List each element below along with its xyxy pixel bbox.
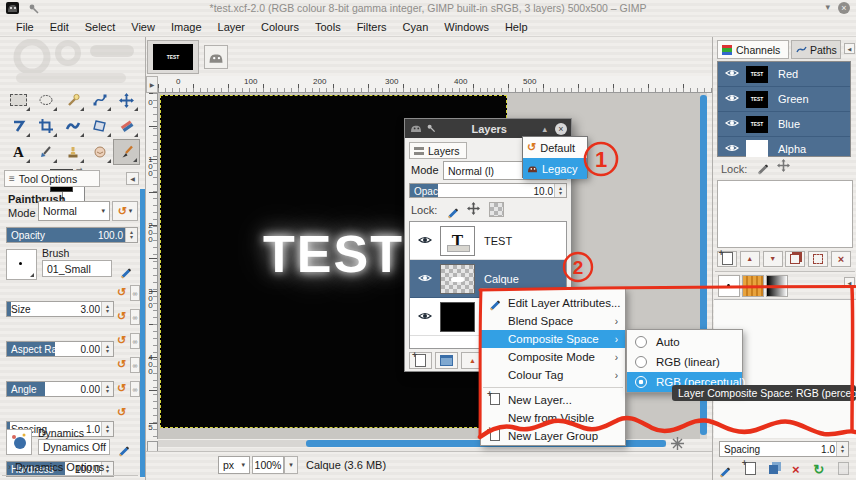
opacity-slider[interactable]: Opacity 100.0 ▴▾ bbox=[6, 227, 138, 243]
channel-row-red[interactable]: TEST Red bbox=[718, 62, 850, 87]
channel-row-green[interactable]: TEST Green bbox=[718, 87, 850, 112]
channel-row-alpha[interactable]: Alpha bbox=[718, 137, 850, 160]
channel-to-selection-button[interactable] bbox=[808, 251, 828, 267]
close-dialog-icon[interactable]: × bbox=[555, 123, 567, 135]
spinner[interactable]: ▴▾ bbox=[101, 302, 113, 316]
eraser-tool[interactable] bbox=[113, 113, 140, 139]
smudge-tool[interactable] bbox=[86, 139, 113, 165]
paintbrush-tool[interactable] bbox=[113, 139, 140, 165]
spinner[interactable]: ▴▾ bbox=[101, 382, 113, 396]
size-slider[interactable]: Size 3.00 ▴▾ bbox=[6, 301, 114, 317]
lock-position-icon[interactable] bbox=[467, 202, 480, 217]
edit-brush-button[interactable] bbox=[719, 464, 731, 476]
angle-reset-icon[interactable]: ↺ bbox=[117, 334, 126, 347]
dynamics-options-expander[interactable]: › Dynamics Options bbox=[8, 461, 104, 473]
color-picker-tool[interactable] bbox=[32, 139, 59, 165]
visibility-eye-icon[interactable] bbox=[725, 118, 739, 130]
aspect-ratio-slider[interactable]: Aspect Ratio Aspect Ratio 0.00 ▴▾ bbox=[6, 341, 114, 357]
visibility-eye-icon[interactable] bbox=[725, 143, 739, 155]
tab-tool-options[interactable]: ≡ Tool Options bbox=[4, 170, 100, 187]
paths-tool[interactable] bbox=[86, 87, 113, 113]
active-pattern-swatch[interactable] bbox=[742, 275, 764, 297]
layer-opacity-slider[interactable]: Opacity Opacity 10.0 ▴▾ bbox=[409, 183, 567, 198]
spinner[interactable]: ▴▾ bbox=[836, 442, 848, 456]
unit-dropdown[interactable]: px▾ bbox=[218, 456, 250, 474]
menu-filters[interactable]: Filters bbox=[349, 21, 395, 33]
lock-pixels-icon[interactable] bbox=[447, 205, 459, 217]
brush-spacing-slider[interactable]: Spacing 1.0 ▴▾ bbox=[719, 441, 849, 457]
shade-icon[interactable]: ▾ bbox=[825, 2, 830, 12]
edit-dynamics-icon[interactable] bbox=[118, 443, 130, 455]
visibility-eye-icon[interactable] bbox=[418, 235, 432, 247]
menu-item-blend-space[interactable]: Blend Space › bbox=[481, 312, 625, 330]
submenu-item-auto[interactable]: Auto bbox=[627, 332, 742, 352]
aspect-ratio-link-button[interactable]: ∞ bbox=[130, 309, 140, 325]
lock-position-icon[interactable] bbox=[777, 159, 790, 174]
rectangle-select-tool[interactable] bbox=[5, 87, 32, 113]
menu-select[interactable]: Select bbox=[77, 21, 124, 33]
delete-brush-button[interactable]: × bbox=[792, 462, 800, 477]
free-select-tool[interactable] bbox=[32, 87, 59, 113]
menu-item-colour-tag[interactable]: Colour Tag › bbox=[481, 366, 625, 384]
lock-alpha-icon[interactable] bbox=[489, 202, 504, 217]
visibility-eye-icon[interactable] bbox=[725, 93, 739, 105]
menu-item-edit-layer-attributes[interactable]: Edit Layer Attributes... bbox=[481, 294, 625, 312]
visibility-eye-icon[interactable] bbox=[418, 311, 432, 323]
raise-channel-button[interactable]: ▲ bbox=[740, 251, 760, 267]
paint-mode-dropdown[interactable]: Normal▾ bbox=[38, 201, 110, 221]
brush-name-field[interactable]: 01_Small bbox=[42, 260, 112, 277]
hardness-reset-icon[interactable]: ↺ bbox=[117, 382, 126, 395]
dynamics-preview[interactable] bbox=[6, 429, 32, 455]
open-brush-button[interactable] bbox=[838, 462, 849, 477]
force-reset-icon[interactable]: ↺ bbox=[117, 406, 126, 419]
crop-tool[interactable] bbox=[32, 113, 59, 139]
spinner[interactable]: ▴▾ bbox=[101, 342, 113, 356]
clone-tool[interactable] bbox=[59, 139, 86, 165]
new-layer-button[interactable]: + bbox=[409, 352, 432, 369]
visibility-eye-icon[interactable] bbox=[418, 273, 432, 285]
new-channel-button[interactable]: + bbox=[717, 251, 737, 267]
move-tool[interactable] bbox=[113, 87, 140, 113]
angle-link-button[interactable]: ∞ bbox=[130, 333, 140, 349]
spacing-link-button[interactable]: ∞ bbox=[130, 357, 140, 373]
unified-transform-tool[interactable] bbox=[5, 113, 32, 139]
popup-item-legacy[interactable]: Legacy bbox=[523, 158, 587, 179]
menu-windows[interactable]: Windows bbox=[436, 21, 497, 33]
size-reset-icon[interactable]: ↺ bbox=[117, 286, 126, 299]
fuzzy-select-tool[interactable] bbox=[59, 87, 86, 113]
submenu-item-rgb-linear[interactable]: RGB (linear) bbox=[627, 352, 742, 372]
duplicate-brush-button[interactable] bbox=[769, 464, 778, 476]
paint-mode-reset-button[interactable]: ↺▾ bbox=[112, 201, 138, 221]
menu-image[interactable]: Image bbox=[163, 21, 210, 33]
menu-colours[interactable]: Colours bbox=[253, 21, 307, 33]
channel-row-blue[interactable]: TEST Blue bbox=[718, 112, 850, 137]
menu-cyan[interactable]: Cyan bbox=[395, 21, 437, 33]
menu-item-new-layer[interactable]: + New Layer... bbox=[481, 391, 625, 409]
dynamics-field[interactable]: Dynamics Off bbox=[38, 439, 110, 455]
layers-dialog-tab[interactable]: Layers bbox=[409, 142, 467, 159]
menu-file[interactable]: File bbox=[8, 21, 42, 33]
spinner[interactable]: ▴▾ bbox=[125, 228, 137, 242]
perspective-tool[interactable] bbox=[86, 113, 113, 139]
lower-channel-button[interactable]: ▼ bbox=[763, 251, 783, 267]
tab-channels[interactable]: Channels bbox=[717, 40, 789, 59]
new-brush-button[interactable]: + bbox=[745, 462, 756, 477]
dock-corner-button[interactable]: ◀ bbox=[844, 43, 855, 54]
spacing-reset-icon[interactable]: ↺ bbox=[117, 358, 126, 371]
dock-corner-button[interactable]: ◀ bbox=[126, 172, 139, 185]
hardness-link-button[interactable]: ∞ bbox=[130, 381, 140, 397]
menu-layer[interactable]: Layer bbox=[210, 21, 254, 33]
spinner[interactable]: ▴▾ bbox=[101, 422, 113, 436]
menu-item-composite-mode[interactable]: Composite Mode › bbox=[481, 348, 625, 366]
menu-view[interactable]: View bbox=[123, 21, 163, 33]
tool-options-scrollbar[interactable] bbox=[140, 189, 145, 477]
menu-item-composite-space[interactable]: Composite Space › bbox=[481, 330, 625, 348]
zoom-field[interactable]: 100% bbox=[252, 456, 284, 474]
image-tab[interactable]: TEST bbox=[147, 40, 199, 74]
menu-item-new-from-visible[interactable]: New from Visible bbox=[481, 409, 625, 427]
lock-pixels-icon[interactable] bbox=[757, 161, 769, 173]
popup-item-default[interactable]: ↺ Default bbox=[523, 137, 587, 158]
aspect-ratio-reset-icon[interactable]: ↺ bbox=[117, 310, 126, 323]
new-layer-group-button[interactable] bbox=[435, 352, 458, 369]
menu-help[interactable]: Help bbox=[497, 21, 536, 33]
